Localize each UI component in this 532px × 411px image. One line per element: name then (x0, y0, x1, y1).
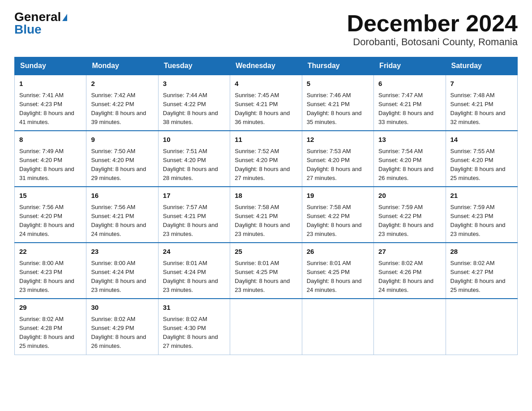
logo: General Blue (14, 11, 67, 36)
day-info: Sunrise: 7:59 AMSunset: 4:23 PMDaylight:… (450, 204, 506, 237)
day-info: Sunrise: 8:02 AMSunset: 4:28 PMDaylight:… (19, 316, 74, 349)
day-info: Sunrise: 8:00 AMSunset: 4:24 PMDaylight:… (91, 260, 146, 293)
table-row: 15 Sunrise: 7:56 AMSunset: 4:20 PMDaylig… (15, 187, 86, 243)
day-number: 30 (91, 303, 153, 313)
calendar-week-row: 15 Sunrise: 7:56 AMSunset: 4:20 PMDaylig… (15, 187, 518, 243)
table-row: 21 Sunrise: 7:59 AMSunset: 4:23 PMDaylig… (446, 187, 517, 243)
table-row: 30 Sunrise: 8:02 AMSunset: 4:29 PMDaylig… (86, 299, 158, 355)
day-number: 3 (163, 79, 225, 89)
page-header: General Blue December 2024 Dorobanti, Bo… (14, 11, 518, 48)
day-number: 6 (378, 79, 441, 89)
day-number: 19 (307, 191, 369, 201)
day-info: Sunrise: 7:56 AMSunset: 4:21 PMDaylight:… (91, 204, 146, 237)
day-info: Sunrise: 8:01 AMSunset: 4:24 PMDaylight:… (163, 260, 218, 293)
logo-general: General (14, 11, 61, 23)
table-row: 26 Sunrise: 8:01 AMSunset: 4:25 PMDaylig… (302, 243, 373, 299)
day-number: 25 (235, 247, 297, 257)
day-number: 31 (163, 303, 225, 313)
col-wednesday: Wednesday (230, 57, 302, 75)
table-row: 19 Sunrise: 7:58 AMSunset: 4:22 PMDaylig… (302, 187, 373, 243)
table-row: 9 Sunrise: 7:50 AMSunset: 4:20 PMDayligh… (86, 131, 158, 187)
table-row: 17 Sunrise: 7:57 AMSunset: 4:21 PMDaylig… (158, 187, 230, 243)
day-number: 17 (163, 191, 225, 201)
day-info: Sunrise: 7:52 AMSunset: 4:20 PMDaylight:… (235, 148, 290, 181)
calendar-week-row: 22 Sunrise: 8:00 AMSunset: 4:23 PMDaylig… (15, 243, 518, 299)
day-info: Sunrise: 7:57 AMSunset: 4:21 PMDaylight:… (163, 204, 218, 237)
calendar-header-row: Sunday Monday Tuesday Wednesday Thursday… (15, 57, 518, 75)
day-number: 18 (235, 191, 297, 201)
day-info: Sunrise: 7:46 AMSunset: 4:21 PMDaylight:… (307, 92, 362, 125)
table-row: 3 Sunrise: 7:44 AMSunset: 4:22 PMDayligh… (158, 75, 230, 131)
day-number: 2 (91, 79, 153, 89)
table-row (230, 299, 302, 355)
day-number: 13 (378, 135, 441, 145)
table-row: 27 Sunrise: 8:02 AMSunset: 4:26 PMDaylig… (374, 243, 446, 299)
table-row: 25 Sunrise: 8:01 AMSunset: 4:25 PMDaylig… (230, 243, 302, 299)
day-number: 5 (307, 79, 369, 89)
table-row: 2 Sunrise: 7:42 AMSunset: 4:22 PMDayligh… (86, 75, 158, 131)
col-saturday: Saturday (446, 57, 517, 75)
day-number: 24 (163, 247, 225, 257)
day-number: 16 (91, 191, 153, 201)
day-number: 20 (378, 191, 441, 201)
calendar-subtitle: Dorobanti, Botosani County, Romania (347, 36, 518, 48)
table-row: 24 Sunrise: 8:01 AMSunset: 4:24 PMDaylig… (158, 243, 230, 299)
day-number: 10 (163, 135, 225, 145)
logo-triangle-icon (62, 14, 67, 21)
day-info: Sunrise: 8:02 AMSunset: 4:30 PMDaylight:… (163, 316, 218, 349)
table-row: 6 Sunrise: 7:47 AMSunset: 4:21 PMDayligh… (374, 75, 446, 131)
table-row: 29 Sunrise: 8:02 AMSunset: 4:28 PMDaylig… (15, 299, 86, 355)
day-info: Sunrise: 7:41 AMSunset: 4:23 PMDaylight:… (19, 92, 74, 125)
logo-blue: Blue (14, 23, 42, 36)
calendar-table: Sunday Monday Tuesday Wednesday Thursday… (14, 57, 518, 355)
day-info: Sunrise: 7:50 AMSunset: 4:20 PMDaylight:… (91, 148, 146, 181)
calendar-title-block: December 2024 Dorobanti, Botosani County… (347, 11, 518, 48)
day-info: Sunrise: 7:51 AMSunset: 4:20 PMDaylight:… (163, 148, 218, 181)
table-row: 28 Sunrise: 8:02 AMSunset: 4:27 PMDaylig… (446, 243, 517, 299)
day-info: Sunrise: 7:49 AMSunset: 4:20 PMDaylight:… (19, 148, 74, 181)
day-info: Sunrise: 7:58 AMSunset: 4:22 PMDaylight:… (307, 204, 362, 237)
col-friday: Friday (374, 57, 446, 75)
table-row: 8 Sunrise: 7:49 AMSunset: 4:20 PMDayligh… (15, 131, 86, 187)
day-info: Sunrise: 7:47 AMSunset: 4:21 PMDaylight:… (378, 92, 433, 125)
day-number: 26 (307, 247, 369, 257)
table-row: 5 Sunrise: 7:46 AMSunset: 4:21 PMDayligh… (302, 75, 373, 131)
table-row: 10 Sunrise: 7:51 AMSunset: 4:20 PMDaylig… (158, 131, 230, 187)
day-number: 15 (19, 191, 82, 201)
table-row: 20 Sunrise: 7:59 AMSunset: 4:22 PMDaylig… (374, 187, 446, 243)
day-number: 28 (450, 247, 513, 257)
table-row: 18 Sunrise: 7:58 AMSunset: 4:21 PMDaylig… (230, 187, 302, 243)
day-info: Sunrise: 8:01 AMSunset: 4:25 PMDaylight:… (307, 260, 362, 293)
table-row (374, 299, 446, 355)
day-number: 8 (19, 135, 82, 145)
day-number: 22 (19, 247, 82, 257)
day-number: 14 (450, 135, 513, 145)
col-monday: Monday (86, 57, 158, 75)
day-number: 11 (235, 135, 297, 145)
day-info: Sunrise: 7:55 AMSunset: 4:20 PMDaylight:… (450, 148, 506, 181)
table-row: 22 Sunrise: 8:00 AMSunset: 4:23 PMDaylig… (15, 243, 86, 299)
day-info: Sunrise: 7:45 AMSunset: 4:21 PMDaylight:… (235, 92, 290, 125)
table-row: 12 Sunrise: 7:53 AMSunset: 4:20 PMDaylig… (302, 131, 373, 187)
day-info: Sunrise: 8:00 AMSunset: 4:23 PMDaylight:… (19, 260, 74, 293)
day-number: 29 (19, 303, 82, 313)
table-row: 11 Sunrise: 7:52 AMSunset: 4:20 PMDaylig… (230, 131, 302, 187)
table-row (302, 299, 373, 355)
col-tuesday: Tuesday (158, 57, 230, 75)
calendar-week-row: 29 Sunrise: 8:02 AMSunset: 4:28 PMDaylig… (15, 299, 518, 355)
day-number: 23 (91, 247, 153, 257)
day-info: Sunrise: 7:59 AMSunset: 4:22 PMDaylight:… (378, 204, 433, 237)
table-row: 14 Sunrise: 7:55 AMSunset: 4:20 PMDaylig… (446, 131, 517, 187)
col-sunday: Sunday (15, 57, 86, 75)
table-row: 1 Sunrise: 7:41 AMSunset: 4:23 PMDayligh… (15, 75, 86, 131)
day-info: Sunrise: 7:58 AMSunset: 4:21 PMDaylight:… (235, 204, 290, 237)
calendar-title: December 2024 (347, 11, 518, 36)
day-number: 1 (19, 79, 82, 89)
day-info: Sunrise: 7:44 AMSunset: 4:22 PMDaylight:… (163, 92, 218, 125)
table-row: 7 Sunrise: 7:48 AMSunset: 4:21 PMDayligh… (446, 75, 517, 131)
table-row (446, 299, 517, 355)
day-info: Sunrise: 7:42 AMSunset: 4:22 PMDaylight:… (91, 92, 146, 125)
calendar-week-row: 8 Sunrise: 7:49 AMSunset: 4:20 PMDayligh… (15, 131, 518, 187)
day-number: 9 (91, 135, 153, 145)
day-info: Sunrise: 8:02 AMSunset: 4:29 PMDaylight:… (91, 316, 146, 349)
